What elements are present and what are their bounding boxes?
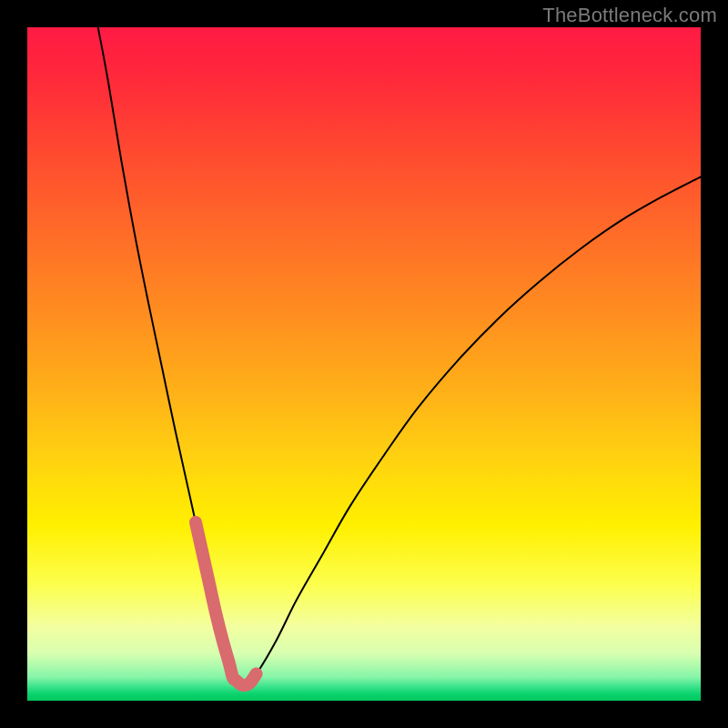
highlight-valley	[196, 522, 257, 685]
curve-layer	[27, 27, 701, 701]
bottleneck-curve	[98, 27, 701, 685]
plot-area	[27, 27, 701, 701]
watermark-text: TheBottleneck.com	[542, 4, 717, 27]
chart-frame: TheBottleneck.com	[0, 0, 728, 728]
